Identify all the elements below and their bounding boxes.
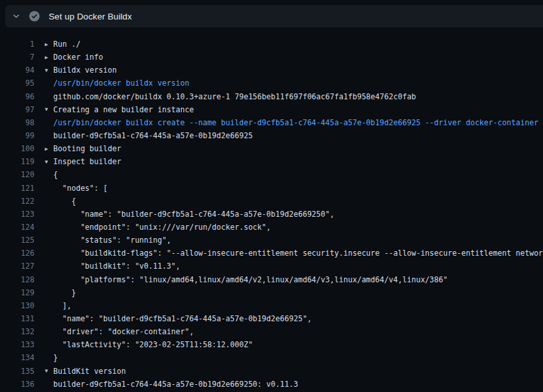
- log-output-text: "name": "builder-d9cfb5a1-c764-445a-a57e…: [53, 314, 312, 323]
- triangle-down-icon[interactable]: ▼: [45, 159, 53, 165]
- triangle-down-icon[interactable]: ▼: [45, 368, 53, 374]
- line-number[interactable]: 129: [0, 288, 34, 297]
- triangle-right-icon[interactable]: ▶: [45, 55, 53, 60]
- log-output-text: "name": "builder-d9cfb5a1-c764-445a-a57e…: [53, 210, 335, 219]
- line-number[interactable]: 99: [0, 131, 34, 140]
- line-number[interactable]: 127: [0, 262, 34, 271]
- step-header[interactable]: Set up Docker Buildx: [5, 5, 543, 27]
- line-number[interactable]: 130: [0, 301, 34, 310]
- log-row: 130 ],: [0, 299, 543, 312]
- log-output-text: {: [53, 197, 76, 206]
- log-group-row[interactable]: 119▼Inspect builder: [0, 155, 543, 168]
- log-group-label: Buildx version: [53, 66, 117, 75]
- line-number[interactable]: 128: [0, 275, 34, 284]
- line-number[interactable]: 136: [0, 380, 34, 389]
- line-number[interactable]: 119: [0, 157, 34, 166]
- log-row: 133 "lastActivity": "2023-02-25T11:58:12…: [0, 338, 543, 351]
- line-number[interactable]: 124: [0, 223, 34, 232]
- log-lines: 1▶Run ./7▶Docker info94▼Buildx version95…: [0, 38, 543, 391]
- log-row: 121 "nodes": [: [0, 182, 543, 195]
- line-number[interactable]: 134: [0, 353, 34, 362]
- line-number[interactable]: 94: [0, 66, 34, 75]
- line-number[interactable]: 96: [0, 92, 34, 101]
- log-output-text: {: [53, 170, 58, 179]
- log-row: 123 "name": "builder-d9cfb5a1-c764-445a-…: [0, 208, 543, 221]
- log-row: 120{: [0, 168, 543, 181]
- log-row: 95/usr/bin/docker buildx version: [0, 77, 543, 90]
- step-title: Set up Docker Buildx: [49, 12, 132, 21]
- line-number[interactable]: 121: [0, 184, 34, 193]
- triangle-right-icon[interactable]: ▶: [45, 42, 53, 47]
- log-output-text: ],: [53, 301, 71, 310]
- triangle-down-icon[interactable]: ▼: [45, 106, 53, 112]
- log-row: 126 "buildkitd-flags": "--allow-insecure…: [0, 247, 543, 260]
- log-row: 99builder-d9cfb5a1-c764-445a-a57e-0b19d2…: [0, 129, 543, 142]
- line-number[interactable]: 1: [0, 40, 34, 49]
- log-row: 124 "endpoint": "unix:///var/run/docker.…: [0, 221, 543, 234]
- log-row: 125 "status": "running",: [0, 234, 543, 247]
- log-output-text: builder-d9cfb5a1-c764-445a-a57e-0b19d2e6…: [53, 380, 298, 389]
- line-number[interactable]: 98: [0, 118, 34, 127]
- log-output-text: "driver": "docker-container",: [53, 327, 194, 336]
- line-number[interactable]: 126: [0, 249, 34, 258]
- log-output-text: "endpoint": "unix:///var/run/docker.sock…: [53, 223, 271, 232]
- log-row: 132 "driver": "docker-container",: [0, 325, 543, 338]
- line-number[interactable]: 132: [0, 327, 34, 336]
- log-group-label: Docker info: [53, 53, 103, 62]
- log-group-row[interactable]: 7▶Docker info: [0, 51, 543, 64]
- line-number[interactable]: 125: [0, 236, 34, 245]
- log-output-text: "buildkit": "v0.11.3",: [53, 262, 180, 271]
- log-group-label: Creating a new builder instance: [53, 105, 194, 114]
- log-output-text: "status": "running",: [53, 236, 171, 245]
- log-row: 134}: [0, 351, 543, 364]
- log-group-label: BuildKit version: [53, 367, 126, 376]
- log-group-row[interactable]: 94▼Buildx version: [0, 64, 543, 77]
- log-row: 128 "platforms": "linux/amd64,linux/amd6…: [0, 273, 543, 286]
- log-row: 96github.com/docker/buildx 0.10.3+azure-…: [0, 90, 543, 103]
- line-number[interactable]: 100: [0, 144, 34, 153]
- triangle-down-icon[interactable]: ▼: [45, 67, 53, 73]
- log-output-text: "lastActivity": "2023-02-25T11:58:12.000…: [53, 340, 253, 349]
- log-row: 129 }: [0, 286, 543, 299]
- chevron-down-icon[interactable]: [12, 12, 21, 21]
- log-group-row[interactable]: 135▼BuildKit version: [0, 365, 543, 378]
- log-command-text: /usr/bin/docker buildx create --name bui…: [53, 118, 538, 127]
- status-check-icon: [29, 11, 40, 21]
- log-output-text: "platforms": "linux/amd64,linux/amd64/v2…: [53, 275, 448, 284]
- log-group-label: Run ./: [53, 40, 81, 49]
- line-number[interactable]: 120: [0, 170, 34, 179]
- log-output-text: github.com/docker/buildx 0.10.3+azure-1 …: [53, 92, 416, 101]
- line-number[interactable]: 133: [0, 340, 34, 349]
- log-row: 136builder-d9cfb5a1-c764-445a-a57e-0b19d…: [0, 378, 543, 391]
- log-row: 131 "name": "builder-d9cfb5a1-c764-445a-…: [0, 312, 543, 325]
- log-command-text: /usr/bin/docker buildx version: [53, 79, 189, 88]
- line-number[interactable]: 123: [0, 210, 34, 219]
- log-output-text: builder-d9cfb5a1-c764-445a-a57e-0b19d2e6…: [53, 131, 253, 140]
- line-number[interactable]: 97: [0, 105, 34, 114]
- log-output-text: }: [53, 353, 58, 362]
- log-row: 127 "buildkit": "v0.11.3",: [0, 260, 543, 273]
- log-group-row[interactable]: 1▶Run ./: [0, 38, 543, 51]
- log-row: 98/usr/bin/docker buildx create --name b…: [0, 116, 543, 129]
- log-output-text: "buildkitd-flags": "--allow-insecure-ent…: [53, 249, 543, 258]
- log-group-row[interactable]: 100▶Booting builder: [0, 142, 543, 155]
- log-group-row[interactable]: 97▼Creating a new builder instance: [0, 103, 543, 116]
- log-group-label: Inspect builder: [53, 157, 121, 166]
- line-number[interactable]: 131: [0, 314, 34, 323]
- line-number[interactable]: 122: [0, 197, 34, 206]
- line-number[interactable]: 7: [0, 53, 34, 62]
- log-group-label: Booting builder: [53, 144, 121, 153]
- triangle-right-icon[interactable]: ▶: [45, 146, 53, 152]
- log-output-text: }: [53, 288, 76, 297]
- line-number[interactable]: 135: [0, 367, 34, 376]
- log-output-text: "nodes": [: [53, 184, 108, 193]
- line-number[interactable]: 95: [0, 79, 34, 88]
- log-row: 122 {: [0, 195, 543, 208]
